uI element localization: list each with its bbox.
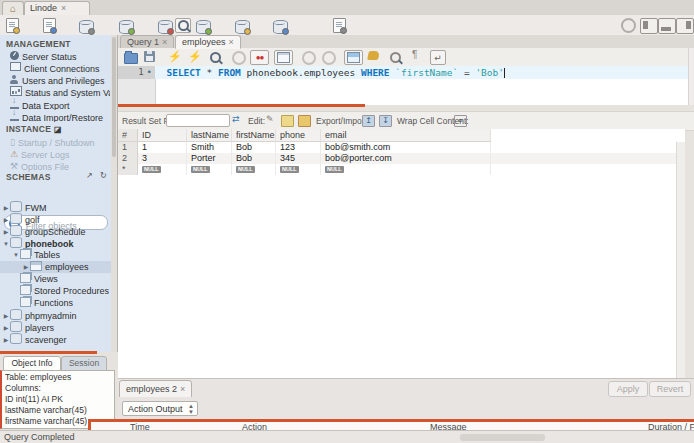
refresh-schemas-icon[interactable]: ↻ xyxy=(100,171,107,180)
rownum-cell[interactable]: 2 xyxy=(118,153,138,164)
table-row[interactable]: 1 1 Smith Bob 123 bob@smith.com xyxy=(118,142,685,153)
autocommit-toggle-icon[interactable] xyxy=(344,50,363,65)
tree-table-employees[interactable]: ▶employees xyxy=(0,261,117,273)
wrap-cell-content-icon[interactable]: ¤ xyxy=(454,115,467,127)
grid-scrollbar[interactable] xyxy=(676,142,685,378)
sidebar-item-data-export[interactable]: Data Export xyxy=(10,98,110,110)
rownum-cell[interactable]: * xyxy=(118,164,138,175)
save-icon[interactable] xyxy=(144,51,155,64)
new-query-tab-icon[interactable] xyxy=(6,18,19,33)
delete-row-icon[interactable] xyxy=(298,115,311,127)
execute-icon[interactable]: ⚡ xyxy=(168,50,182,63)
sidebar-item-users-privileges[interactable]: Users and Privileges xyxy=(10,74,110,86)
home-tab[interactable]: ⌂ xyxy=(2,1,24,16)
cell-phone[interactable]: 345 xyxy=(276,153,321,164)
cell-firstname[interactable]: Bob xyxy=(232,153,276,164)
toggle-right-panel-button[interactable] xyxy=(676,18,694,34)
cell-id[interactable]: 1 xyxy=(138,142,187,153)
sidebar-item-options-file[interactable]: ⚒Options File xyxy=(10,160,110,172)
schema-groupschedule[interactable]: ▶groupSchedule xyxy=(2,225,112,237)
schema-fwm[interactable]: ▶FWM xyxy=(2,201,112,213)
cell-email[interactable]: bob@porter.com xyxy=(321,153,491,164)
cell-null[interactable]: NULL xyxy=(232,164,276,175)
limit-rows-icon[interactable] xyxy=(274,50,293,65)
schema-phonebook[interactable]: ▼phonebook xyxy=(2,237,112,249)
schema-phpmyadmin[interactable]: ▶phpmyadmin xyxy=(2,309,112,321)
tab-query-1[interactable]: Query 1× xyxy=(120,35,174,49)
sidebar-item-server-logs[interactable]: ⚠Server Logs xyxy=(10,148,110,160)
open-sql-script-icon[interactable] xyxy=(43,18,56,33)
import-data-icon[interactable]: ↧ xyxy=(379,115,392,127)
sidebar-item-startup-shutdown[interactable]: ▯Startup / Shutdown xyxy=(10,136,110,148)
rollback-icon[interactable] xyxy=(322,51,336,67)
toggle-bottom-panel-button[interactable] xyxy=(658,18,676,34)
invisible-chars-icon[interactable]: ¶ xyxy=(412,49,417,60)
expand-schemas-icon[interactable]: ↗ xyxy=(86,171,93,180)
schema-scavenger[interactable]: ▶scavenger xyxy=(2,333,112,345)
tab-session[interactable]: Session xyxy=(61,356,107,371)
add-row-icon[interactable] xyxy=(281,115,294,127)
explain-icon[interactable] xyxy=(210,52,221,65)
dashboard-icon[interactable] xyxy=(621,18,636,33)
search-table-data-icon[interactable] xyxy=(175,18,191,33)
reconnect-dbms-icon[interactable] xyxy=(333,18,346,33)
sidebar-item-server-status[interactable]: Server Status xyxy=(10,50,110,62)
beautify-icon[interactable] xyxy=(367,51,380,60)
column-header-id[interactable]: ID xyxy=(138,129,187,142)
drop-schema-icon[interactable] xyxy=(119,20,134,34)
sidebar-scrollbar[interactable] xyxy=(111,35,117,352)
tree-tables[interactable]: ▼Tables xyxy=(12,249,122,261)
apply-button[interactable]: Apply xyxy=(608,381,648,397)
column-header-email[interactable]: email xyxy=(321,129,491,142)
create-function-icon[interactable] xyxy=(273,20,288,34)
sql-code-line[interactable]: SELECT * FROM phonebook.employees WHERE … xyxy=(155,66,688,79)
tab-employees-2[interactable]: employees 2× xyxy=(119,380,192,398)
execute-current-icon[interactable]: ⚡ xyxy=(188,50,202,63)
edit-pencil-icon[interactable]: ✎ xyxy=(266,114,274,124)
editor-scrollbar[interactable] xyxy=(688,48,694,105)
rownum-cell[interactable]: 1 xyxy=(118,142,138,153)
stop-on-error-toggle-icon[interactable]: ●● xyxy=(250,50,269,65)
horizontal-scrollbar-thumb[interactable] xyxy=(460,434,545,441)
close-icon[interactable]: × xyxy=(61,3,66,13)
cell-lastname[interactable]: Porter xyxy=(187,153,232,164)
sidebar-item-status-variables[interactable]: Status and System Variables xyxy=(10,86,110,98)
action-output-select[interactable]: Action Output▲▼ xyxy=(122,401,198,416)
create-schema-icon[interactable] xyxy=(79,20,94,34)
tab-employees[interactable]: employees× xyxy=(175,35,241,49)
cell-email[interactable]: bob@smith.com xyxy=(321,142,491,153)
stop-icon[interactable] xyxy=(232,51,246,67)
commit-icon[interactable] xyxy=(302,51,316,67)
column-header-lastname[interactable]: lastName xyxy=(187,129,232,142)
find-icon[interactable] xyxy=(390,52,401,65)
wrap-text-icon[interactable]: ↵ xyxy=(430,50,446,65)
table-row[interactable]: 2 3 Porter Bob 345 bob@porter.com xyxy=(118,153,685,164)
sql-editor[interactable]: 1• SELECT * FROM phonebook.employees WHE… xyxy=(118,66,688,105)
schema-golf[interactable]: ▶golf xyxy=(2,213,112,225)
column-header-firstname[interactable]: firstName xyxy=(232,129,276,142)
create-procedure-icon[interactable] xyxy=(235,20,250,34)
result-filter-input[interactable] xyxy=(166,114,230,127)
column-header-phone[interactable]: phone xyxy=(276,129,321,142)
create-view-icon[interactable] xyxy=(196,20,211,34)
close-icon[interactable]: × xyxy=(162,37,167,47)
cell-lastname[interactable]: Smith xyxy=(187,142,232,153)
open-file-icon[interactable] xyxy=(124,50,138,66)
export-data-icon[interactable]: ↥ xyxy=(362,115,375,127)
cell-phone[interactable]: 123 xyxy=(276,142,321,153)
column-header-rownum[interactable]: # xyxy=(118,129,138,142)
close-icon[interactable]: × xyxy=(229,37,234,47)
create-table-icon[interactable] xyxy=(158,20,173,34)
tab-object-info[interactable]: Object Info xyxy=(3,356,61,371)
close-icon[interactable]: × xyxy=(180,384,185,394)
table-row-insert[interactable]: * NULL NULL NULL NULL NULL xyxy=(118,164,685,175)
cell-null[interactable]: NULL xyxy=(276,164,321,175)
sidebar-item-client-connections[interactable]: Client Connections xyxy=(10,62,110,74)
cell-null[interactable]: NULL xyxy=(138,164,187,175)
cell-null[interactable]: NULL xyxy=(321,164,491,175)
revert-button[interactable]: Revert xyxy=(649,381,691,397)
cell-null[interactable]: NULL xyxy=(187,164,232,175)
schema-players[interactable]: ▶players xyxy=(2,321,112,333)
sidebar-item-data-import[interactable]: Data Import/Restore xyxy=(10,110,110,122)
cell-id[interactable]: 3 xyxy=(138,153,187,164)
